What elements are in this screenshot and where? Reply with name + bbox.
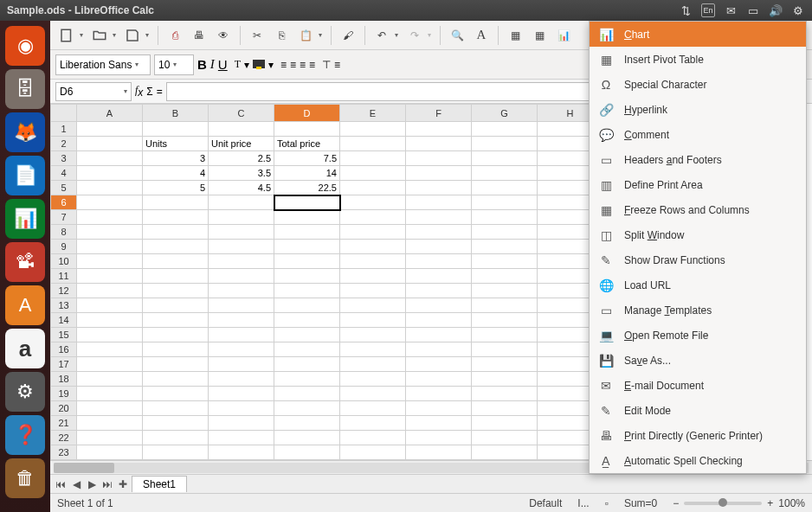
cell-A22[interactable] [77,431,143,445]
cell-B22[interactable] [143,431,209,445]
cell-F2[interactable] [406,137,472,151]
row-header-4[interactable]: 4 [51,166,77,181]
redo-button[interactable]: ↷ [403,24,426,47]
cell-F5[interactable] [406,181,472,195]
align-justify-button[interactable]: ≡ [309,59,315,71]
row-header-16[interactable]: 16 [51,342,77,357]
cell-G24[interactable] [472,460,538,461]
zoom-value[interactable]: 100% [778,497,805,509]
cell-G9[interactable] [472,240,538,254]
cell-D3[interactable]: 7.5 [274,151,340,166]
cell-B5[interactable]: 5 [143,181,209,195]
cell-G7[interactable] [472,210,538,225]
cell-A19[interactable] [77,387,143,401]
col-header-B[interactable]: B [143,105,209,122]
cell-C4[interactable]: 3.5 [209,166,274,181]
row-header-7[interactable]: 7 [51,210,77,225]
zoom-out-icon[interactable]: − [673,497,679,509]
cell-B21[interactable] [143,416,209,431]
cell-E8[interactable] [340,225,406,240]
cell-G13[interactable] [472,298,538,313]
cell-C17[interactable] [209,357,274,372]
cell-G4[interactable] [472,166,538,181]
cell-G10[interactable] [472,254,538,269]
cell-F23[interactable] [406,445,472,460]
cell-D7[interactable] [274,210,340,225]
cell-G23[interactable] [472,445,538,460]
menu-item-e-mail-document[interactable]: ✉E-mail Document [590,373,806,398]
cell-F21[interactable] [406,416,472,431]
cell-D23[interactable] [274,445,340,460]
cell-D13[interactable] [274,298,340,313]
cell-A16[interactable] [77,342,143,357]
row-header-6[interactable]: 6 [51,195,77,210]
cell-A15[interactable] [77,328,143,342]
cell-D2[interactable]: Total price [274,137,340,151]
launcher-writer[interactable]: 📄 [5,156,45,195]
col-header-A[interactable]: A [77,105,143,122]
grid1-button[interactable]: ▦ [504,24,526,47]
cell-F9[interactable] [406,240,472,254]
cell-D17[interactable] [274,357,340,372]
cell-A18[interactable] [77,372,143,387]
new-button[interactable] [55,24,78,47]
cell-F12[interactable] [406,284,472,298]
cell-E3[interactable] [340,151,406,166]
cell-G14[interactable] [472,313,538,328]
cell-G15[interactable] [472,328,538,342]
cell-B10[interactable] [143,254,209,269]
save-button[interactable] [121,24,144,47]
row-header-13[interactable]: 13 [51,298,77,313]
row-header-5[interactable]: 5 [51,181,77,195]
cell-F17[interactable] [406,357,472,372]
cell-G8[interactable] [472,225,538,240]
cell-G5[interactable] [472,181,538,195]
cell-F24[interactable] [406,460,472,461]
cell-D4[interactable]: 14 [274,166,340,181]
mail-icon[interactable]: ✉ [724,3,738,17]
zoom-slider[interactable] [684,502,762,505]
row-header-17[interactable]: 17 [51,357,77,372]
launcher-firefox[interactable]: 🦊 [5,112,45,152]
cell-A24[interactable] [77,460,143,461]
menu-item-load-url[interactable]: 🌐Load URL [590,272,806,298]
cell-G21[interactable] [472,416,538,431]
cell-G20[interactable] [472,401,538,416]
cell-A10[interactable] [77,254,143,269]
cell-C10[interactable] [209,254,274,269]
cell-E22[interactable] [340,431,406,445]
cell-A13[interactable] [77,298,143,313]
cell-D8[interactable] [274,225,340,240]
row-header-20[interactable]: 20 [51,401,77,416]
cell-B12[interactable] [143,284,209,298]
cell-D14[interactable] [274,313,340,328]
launcher-software[interactable]: A [5,285,45,325]
equals-button[interactable]: = [157,86,163,98]
cell-C5[interactable]: 4.5 [209,181,274,195]
cell-D5[interactable]: 22.5 [274,181,340,195]
align-middle-button[interactable]: ≡ [334,59,340,71]
font-color-button[interactable]: T [235,58,241,71]
cell-A11[interactable] [77,269,143,284]
spellcheck-button[interactable]: A [470,24,493,47]
cell-F14[interactable] [406,313,472,328]
chevron-down-icon[interactable]: ▾ [244,59,249,71]
menu-item-split-window[interactable]: ◫Split Window [590,222,806,247]
cell-C11[interactable] [209,269,274,284]
row-header-14[interactable]: 14 [51,313,77,328]
cell-E2[interactable] [340,137,406,151]
align-top-button[interactable]: ⊤ [322,59,331,71]
cut-button[interactable]: ✂ [246,24,268,47]
cell-B2[interactable]: Units [143,137,209,151]
cell-D9[interactable] [274,240,340,254]
launcher-ubuntu[interactable]: ◉ [5,26,45,66]
cell-F1[interactable] [406,122,472,137]
cell-B4[interactable]: 4 [143,166,209,181]
col-header-D[interactable]: D [274,105,340,122]
menu-item-comment[interactable]: 💬Comment [590,122,806,147]
cell-C9[interactable] [209,240,274,254]
cell-B7[interactable] [143,210,209,225]
cell-B8[interactable] [143,225,209,240]
chevron-down-icon[interactable]: ▾ [428,31,435,39]
cell-F20[interactable] [406,401,472,416]
